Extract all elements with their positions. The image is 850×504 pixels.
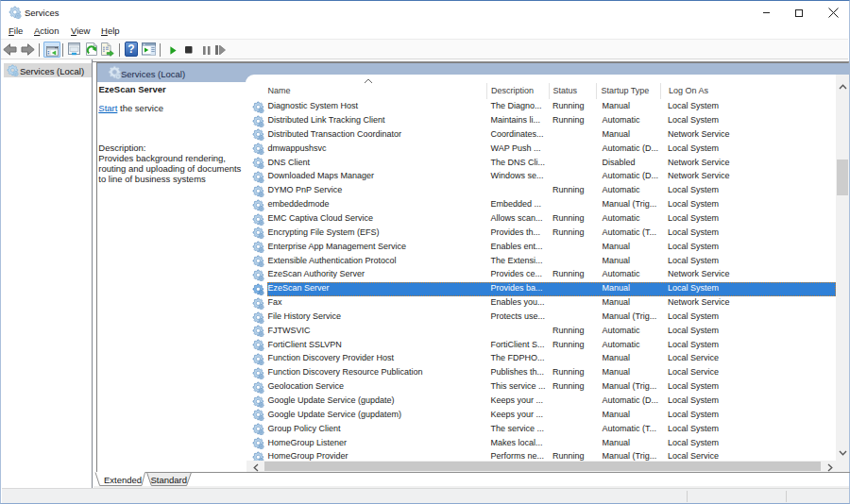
svg-text:Standard: Standard <box>151 475 188 485</box>
svg-text:?: ? <box>128 42 134 56</box>
svg-text:Extended: Extended <box>104 475 142 485</box>
